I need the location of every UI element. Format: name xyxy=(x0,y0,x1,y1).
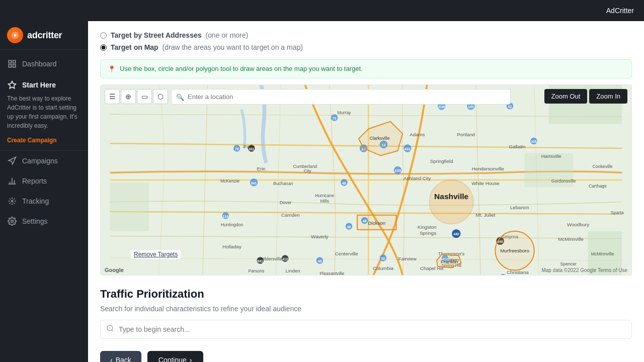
map-container[interactable]: Fort Campbell Murray Cumberland City Eri… xyxy=(100,84,632,276)
svg-text:Holladay: Holladay xyxy=(222,244,242,249)
sidebar-label-settings: Settings xyxy=(22,217,48,225)
svg-point-11 xyxy=(11,220,14,223)
svg-text:McMinnville: McMinnville xyxy=(591,251,614,256)
svg-text:46: 46 xyxy=(347,225,351,229)
continue-button[interactable]: Continue › xyxy=(147,351,203,362)
start-here-title: Start Here xyxy=(22,81,56,89)
megaphone-icon xyxy=(7,156,17,166)
svg-text:79: 79 xyxy=(235,147,239,151)
target-street-label[interactable]: Target by Street Addresses (one or more) xyxy=(111,31,248,39)
sidebar-item-settings[interactable]: Settings xyxy=(0,211,88,231)
chart-icon xyxy=(7,176,17,186)
sidebar-item-dashboard[interactable]: Dashboard xyxy=(0,54,88,74)
svg-text:Dickson: Dickson xyxy=(368,220,385,226)
target-map-radio[interactable] xyxy=(100,44,107,51)
grid-icon xyxy=(7,59,17,69)
back-button[interactable]: ‹ Back xyxy=(100,351,141,362)
svg-text:Mills: Mills xyxy=(320,199,329,204)
logo-icon xyxy=(7,27,23,43)
tracking-icon xyxy=(7,196,17,206)
remove-targets-link[interactable]: Remove Targets xyxy=(131,250,181,259)
sidebar-label-campaigns: Campaigns xyxy=(22,157,58,165)
svg-point-136 xyxy=(107,325,113,331)
sidebar-item-campaigns[interactable]: Campaigns xyxy=(0,151,88,171)
svg-text:Centerville: Centerville xyxy=(335,251,358,256)
svg-text:Franklin: Franklin xyxy=(441,259,458,264)
target-options: Target by Street Addresses (one or more)… xyxy=(100,31,632,51)
back-arrow-icon: ‹ xyxy=(110,356,113,362)
svg-text:48: 48 xyxy=(318,259,322,263)
map-toolbar: ☰ ⊕ ▭ ⬡ xyxy=(105,89,168,104)
svg-text:Erin: Erin xyxy=(257,166,265,171)
svg-text:341: 341 xyxy=(249,147,255,151)
svg-text:Portland: Portland xyxy=(457,132,475,137)
svg-text:Sparta: Sparta xyxy=(611,210,624,215)
svg-rect-1 xyxy=(9,60,11,63)
svg-text:412: 412 xyxy=(282,257,288,261)
svg-text:City: City xyxy=(304,168,312,173)
svg-text:Gallatin: Gallatin xyxy=(509,144,526,149)
map-search-input[interactable] xyxy=(171,89,511,105)
svg-text:Parsons: Parsons xyxy=(248,268,265,274)
svg-text:Woodbury: Woodbury xyxy=(567,222,589,227)
svg-text:McKenzie: McKenzie xyxy=(220,178,239,184)
svg-text:641: 641 xyxy=(258,259,264,263)
continue-arrow-icon: › xyxy=(190,356,192,362)
svg-text:100: 100 xyxy=(468,105,474,109)
svg-text:431: 431 xyxy=(404,147,411,151)
svg-text:Kingston: Kingston xyxy=(418,224,437,230)
map-tool-circle[interactable]: ⊕ xyxy=(121,89,136,104)
svg-text:Springs: Springs xyxy=(420,230,436,236)
svg-line-137 xyxy=(112,330,113,331)
map-tool-polygon[interactable]: ⬡ xyxy=(153,89,168,104)
svg-text:Cookeville: Cookeville xyxy=(592,164,612,169)
svg-text:Buchanan: Buchanan xyxy=(273,181,293,186)
sidebar-label-tracking: Tracking xyxy=(22,197,49,205)
svg-rect-26 xyxy=(110,183,149,231)
svg-rect-2 xyxy=(13,60,16,63)
svg-text:50: 50 xyxy=(381,257,385,260)
svg-text:114: 114 xyxy=(223,215,229,218)
sidebar-start-here: Start Here The best way to explore AdCri… xyxy=(0,74,88,151)
map-tool-rect[interactable]: ▭ xyxy=(137,89,152,104)
svg-text:Cumberland: Cumberland xyxy=(293,164,317,169)
zoom-in-button[interactable]: Zoom In xyxy=(589,89,627,104)
svg-text:48: 48 xyxy=(363,219,367,223)
map-attribution: Map data ©2022 Google Terms of Use xyxy=(541,267,627,273)
svg-text:Murfreesboro: Murfreesboro xyxy=(500,248,529,253)
target-map-label[interactable]: Target on Map (draw the areas you want t… xyxy=(111,43,303,51)
svg-text:Spencer: Spencer xyxy=(560,261,577,266)
svg-text:Murray: Murray xyxy=(337,110,351,115)
back-label: Back xyxy=(116,356,131,362)
svg-point-10 xyxy=(12,201,13,202)
map-search[interactable]: 🔍 xyxy=(171,89,511,105)
continue-label: Continue xyxy=(158,356,187,362)
zoom-out-button[interactable]: Zoom Out xyxy=(544,89,588,104)
svg-text:109: 109 xyxy=(531,140,537,143)
sidebar-item-tracking[interactable]: Tracking xyxy=(0,191,88,211)
svg-text:Waverly: Waverly xyxy=(311,234,329,239)
svg-text:Huntingdon: Huntingdon xyxy=(221,222,244,227)
logo-text: adcritter xyxy=(27,30,62,41)
svg-text:Nashville: Nashville xyxy=(434,192,468,201)
sidebar-item-reports[interactable]: Reports xyxy=(0,171,88,191)
map-tool-menu[interactable]: ☰ xyxy=(105,89,120,104)
map-search-icon: 🔍 xyxy=(176,93,184,101)
section-desc: Search for individual characteristics to… xyxy=(100,305,632,313)
svg-text:Camden: Camden xyxy=(281,212,300,218)
traffic-search-box[interactable] xyxy=(100,320,632,339)
svg-text:Lebanon: Lebanon xyxy=(510,205,529,210)
svg-text:31W: 31W xyxy=(438,105,446,109)
svg-text:155: 155 xyxy=(394,168,401,173)
create-campaign-link[interactable]: Create Campaign xyxy=(7,137,57,144)
traffic-search-input[interactable] xyxy=(100,320,632,339)
svg-text:McMinnville: McMinnville xyxy=(558,236,584,242)
section-title: Traffic Prioritization xyxy=(100,288,632,301)
star-icon xyxy=(7,80,17,90)
svg-text:Ashland City: Ashland City xyxy=(404,175,431,181)
svg-text:Fairview: Fairview xyxy=(398,256,417,261)
sidebar-label-reports: Reports xyxy=(22,177,47,185)
target-street-radio[interactable] xyxy=(100,32,107,39)
svg-rect-4 xyxy=(13,65,16,67)
zoom-buttons: Zoom Out Zoom In xyxy=(544,89,627,104)
